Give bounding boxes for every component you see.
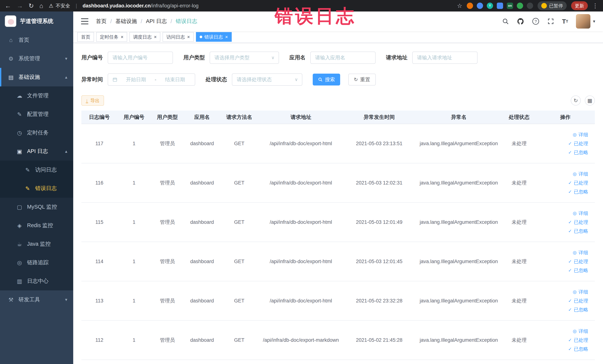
- sidebar-item-link-tracing[interactable]: ◎ 链路追踪: [0, 253, 73, 272]
- sidebar-item-api-logs[interactable]: ▣ API 日志 ▴: [0, 142, 73, 161]
- detail-link[interactable]: ◎ 详细: [537, 169, 588, 178]
- detail-link[interactable]: ◎ 详细: [537, 248, 588, 257]
- active-dot: [200, 35, 202, 38]
- cell-log-id: 113: [81, 281, 117, 320]
- hamburger-icon[interactable]: [81, 18, 88, 24]
- sidebar-item-home[interactable]: ⌂ 首页: [0, 31, 73, 49]
- security-status[interactable]: ⚠ 不安全: [49, 3, 70, 9]
- sidebar-item-label: Java 监控: [27, 240, 51, 248]
- cell-method: GET: [220, 242, 259, 281]
- ignored-link[interactable]: ✓ 已忽略: [537, 148, 588, 157]
- font-size-icon[interactable]: TT: [562, 18, 568, 25]
- detail-link[interactable]: ◎ 详细: [537, 327, 588, 336]
- reset-button[interactable]: ↻ 重置: [348, 74, 376, 85]
- extension-on-icon[interactable]: on: [507, 3, 513, 9]
- cell-user-type: 管理员: [151, 281, 184, 320]
- processed-link[interactable]: ✓ 已处理: [537, 218, 588, 227]
- processed-link[interactable]: ✓ 已处理: [537, 296, 588, 305]
- process-status-select[interactable]: 请选择处理状态 ∨: [232, 73, 302, 86]
- tab-api-access-log[interactable]: 访问日志 ×: [162, 32, 194, 42]
- cell-exception-time: 2021-05-03 12:01:45: [343, 242, 415, 281]
- export-button[interactable]: ↓ 导出: [81, 95, 104, 106]
- processed-link[interactable]: ✓ 已处理: [537, 178, 588, 187]
- sidebar-item-java-monitor[interactable]: ☕ Java 监控: [0, 235, 73, 253]
- tab-scheduled-tasks[interactable]: 定时任务 ×: [96, 32, 127, 42]
- browser-menu-icon[interactable]: ⋮: [592, 2, 598, 9]
- detail-link[interactable]: ◎ 详细: [537, 130, 588, 139]
- ignored-link[interactable]: ✓ 已忽略: [537, 305, 588, 314]
- sidebar-item-dev-tools[interactable]: ⚒ 研发工具 ▾: [0, 290, 73, 309]
- refresh-icon: ↻: [574, 97, 578, 104]
- ignored-link[interactable]: ✓ 已忽略: [537, 187, 588, 196]
- bookmark-star-icon[interactable]: ☆: [457, 2, 462, 9]
- exception-time-range[interactable]: 开始日期 - 结束日期: [108, 73, 195, 86]
- back-icon[interactable]: ←: [5, 2, 11, 10]
- close-icon[interactable]: ×: [187, 35, 190, 39]
- cell-exception-time: 2021-05-03 12:01:49: [343, 202, 415, 242]
- column-settings-button[interactable]: ▦: [585, 95, 595, 106]
- extension-grid-icon[interactable]: [497, 3, 503, 9]
- user-id-input[interactable]: [108, 52, 173, 64]
- processed-link[interactable]: ✓ 已处理: [537, 336, 588, 344]
- detail-link[interactable]: ◎ 详细: [537, 209, 588, 218]
- sidebar-item-redis-monitor[interactable]: ◈ Redis 监控: [0, 216, 73, 235]
- extension-teal-icon[interactable]: Y: [487, 3, 493, 9]
- app-name-input[interactable]: [310, 52, 376, 64]
- extension-leaf-icon[interactable]: [517, 3, 523, 9]
- sidebar-item-mysql-monitor[interactable]: ▢ MySQL 监控: [0, 198, 73, 216]
- tab-home[interactable]: 首页: [77, 32, 94, 42]
- refresh-icon: ↻: [354, 77, 358, 82]
- detail-link[interactable]: ◎ 详细: [537, 287, 588, 296]
- breadcrumb-api-logs[interactable]: API 日志: [146, 18, 167, 25]
- fullscreen-icon[interactable]: [547, 18, 554, 25]
- sidebar-item-log-center[interactable]: ▥ 日志中心: [0, 272, 73, 290]
- extension-paw-icon[interactable]: [527, 3, 533, 9]
- extension-orange-icon[interactable]: [467, 3, 473, 9]
- sidebar-item-system-management[interactable]: ⚙ 系统管理 ▾: [0, 49, 73, 68]
- ignored-link[interactable]: ✓ 已忽略: [537, 344, 588, 353]
- extension-drop-icon[interactable]: [477, 3, 483, 9]
- close-icon[interactable]: ×: [225, 35, 228, 39]
- ignored-link[interactable]: ✓ 已忽略: [537, 266, 588, 275]
- sidebar-item-access-logs[interactable]: ✎ 访问日志: [0, 161, 73, 179]
- processed-link[interactable]: ✓ 已处理: [537, 257, 588, 266]
- close-icon[interactable]: ×: [121, 35, 123, 39]
- check-icon: ✓: [568, 148, 572, 157]
- sidebar-item-config-management[interactable]: ✎ 配置管理: [0, 105, 73, 124]
- forward-icon[interactable]: →: [17, 2, 23, 10]
- chevron-up-icon: ▴: [65, 75, 67, 80]
- home-icon[interactable]: ⌂: [39, 2, 43, 10]
- refresh-table-button[interactable]: ↻: [571, 95, 581, 106]
- request-url-input[interactable]: [412, 52, 477, 64]
- tab-schedule-log[interactable]: 调度日志 ×: [129, 32, 160, 42]
- cell-user-id: 1: [117, 202, 151, 242]
- cell-user-id: 1: [117, 124, 151, 163]
- close-icon[interactable]: ×: [154, 35, 157, 39]
- update-button[interactable]: 更新: [571, 1, 588, 10]
- address-bar[interactable]: dashboard.yudao.iocoder.cn/infra/log/api…: [82, 3, 198, 9]
- cell-exception-time: 2021-05-03 12:02:31: [343, 163, 415, 202]
- cell-actions: ◎ 详细 ✓ 已处理 ✓ 已忽略: [536, 281, 595, 320]
- breadcrumb-home[interactable]: 首页: [96, 18, 107, 25]
- search-icon[interactable]: [502, 18, 509, 25]
- sidebar-item-scheduled-tasks[interactable]: ◷ 定时任务: [0, 124, 73, 142]
- user-menu[interactable]: ▾: [576, 14, 595, 29]
- process-status-label: 处理状态: [206, 76, 227, 83]
- tab-api-error-log[interactable]: 错误日志 ×: [196, 32, 232, 42]
- processed-link[interactable]: ✓ 已处理: [537, 139, 588, 148]
- sidebar-item-file-management[interactable]: ☁ 文件管理: [0, 86, 73, 105]
- update-label: 更新: [575, 3, 584, 9]
- search-button[interactable]: 搜索: [313, 74, 340, 85]
- view-icon: ◎: [573, 130, 577, 139]
- user-type-select[interactable]: 请选择用户类型 ∨: [210, 52, 279, 64]
- help-icon[interactable]: ?: [532, 18, 539, 25]
- sidebar-item-infrastructure[interactable]: ▤ 基础设施 ▴: [0, 68, 73, 86]
- ignored-link-label: 已忽略: [574, 187, 588, 196]
- sidebar-item-error-logs[interactable]: ✎ 错误日志: [0, 179, 73, 198]
- sidebar-item-label: 链路追踪: [27, 259, 48, 266]
- reload-icon[interactable]: ↻: [29, 2, 34, 10]
- breadcrumb-infrastructure[interactable]: 基础设施: [116, 18, 137, 25]
- github-icon[interactable]: [517, 18, 524, 25]
- ignored-link[interactable]: ✓ 已忽略: [537, 227, 588, 235]
- paused-button[interactable]: 已暂停: [538, 1, 567, 10]
